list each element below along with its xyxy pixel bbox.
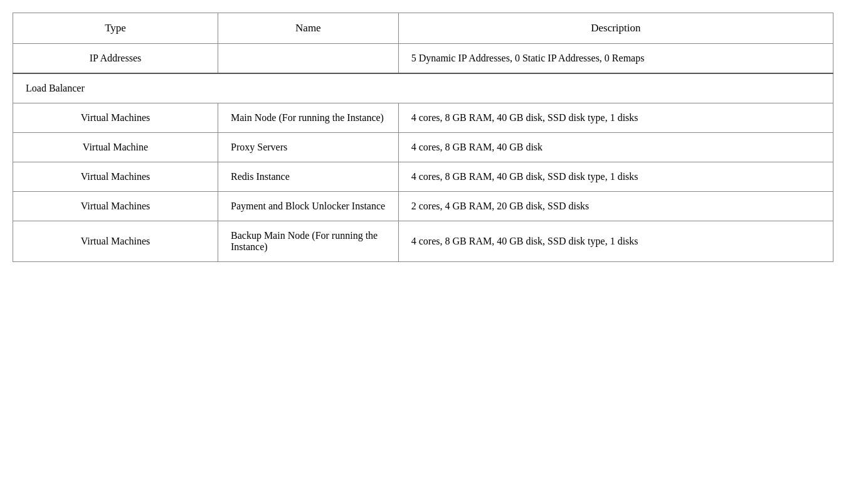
cell-description: 2 cores, 4 GB RAM, 20 GB disk, SSD disks [398,192,833,221]
cell-name: Backup Main Node (For running the Instan… [218,221,399,262]
table-row: Load Balancer [13,73,833,103]
cell-name: Redis Instance [218,162,399,192]
resources-table: Type Name Description IP Addresses5 Dyna… [13,13,833,262]
section-label: Load Balancer [13,73,833,103]
cell-description: 5 Dynamic IP Addresses, 0 Static IP Addr… [398,44,833,74]
header-name: Name [218,13,399,44]
cell-description: 4 cores, 8 GB RAM, 40 GB disk, SSD disk … [398,103,833,133]
header-type: Type [13,13,218,44]
cell-type: Virtual Machines [13,192,218,221]
cell-name: Payment and Block Unlocker Instance [218,192,399,221]
cell-description: 4 cores, 8 GB RAM, 40 GB disk, SSD disk … [398,162,833,192]
table-row: Virtual MachineProxy Servers4 cores, 8 G… [13,133,833,162]
cell-description: 4 cores, 8 GB RAM, 40 GB disk, SSD disk … [398,221,833,262]
cell-name: Main Node (For running the Instance) [218,103,399,133]
cell-type: Virtual Machines [13,103,218,133]
cell-type: Virtual Machines [13,221,218,262]
table-row: IP Addresses5 Dynamic IP Addresses, 0 St… [13,44,833,74]
cell-type: IP Addresses [13,44,218,74]
table-row: Virtual MachinesRedis Instance4 cores, 8… [13,162,833,192]
cell-type: Virtual Machine [13,133,218,162]
cell-type: Virtual Machines [13,162,218,192]
table-header-row: Type Name Description [13,13,833,44]
cell-name [218,44,399,74]
table-row: Virtual MachinesMain Node (For running t… [13,103,833,133]
header-description: Description [398,13,833,44]
table-row: Virtual MachinesPayment and Block Unlock… [13,192,833,221]
cell-name: Proxy Servers [218,133,399,162]
table-row: Virtual MachinesBackup Main Node (For ru… [13,221,833,262]
cell-description: 4 cores, 8 GB RAM, 40 GB disk [398,133,833,162]
